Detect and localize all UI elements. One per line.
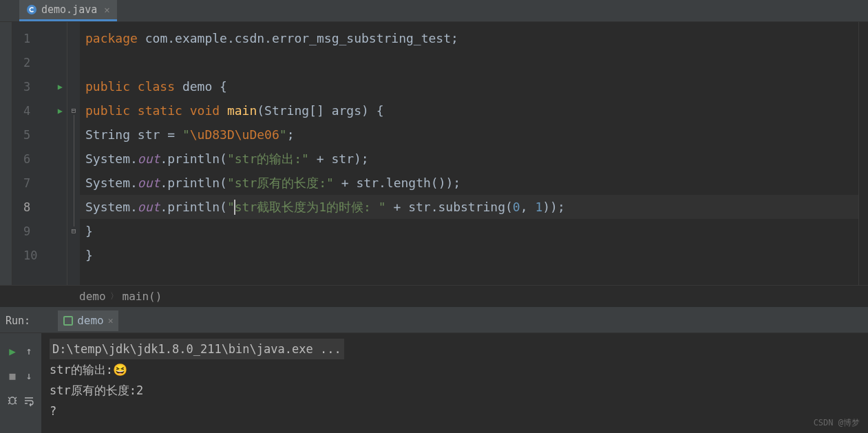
stop-button[interactable]: ■ [5, 368, 20, 383]
line-number: 3▶ [12, 74, 67, 98]
code-line: public class demo { [80, 74, 858, 98]
bug-icon[interactable] [5, 393, 20, 408]
code-line: } [80, 243, 858, 267]
code-line: package com.example.csdn.error_msg_subst… [80, 26, 858, 50]
close-icon[interactable]: ✕ [104, 4, 109, 15]
console-line: ? [50, 401, 860, 421]
line-number: 6 [12, 147, 67, 171]
left-margin [0, 22, 12, 285]
line-number: 9 [12, 219, 67, 243]
run-panel: Run: demo ✕ ▶ ↑ ■ ↓ [0, 307, 868, 433]
line-number: 1 [12, 26, 67, 50]
run-header: Run: demo ✕ [0, 308, 868, 333]
fold-close-icon[interactable]: ⊟ [72, 226, 76, 235]
console-line: D:\temp\jdk\jdk1.8.0_211\bin\java.exe ..… [50, 339, 344, 359]
run-icon[interactable]: ▶ [58, 106, 63, 116]
console-line: str的输出:😆 [50, 359, 860, 380]
editor-area: 1 2 3▶ 4▶ 5 6 7 8 9 10 ⊟ ⊟ package com.e… [0, 22, 868, 285]
breadcrumb[interactable]: demo 〉 main() [0, 285, 868, 307]
code-line-current: System.out.println("str截取长度为1的时候: " + st… [80, 195, 858, 219]
run-config-tab[interactable]: demo ✕ [58, 310, 118, 331]
breadcrumb-item[interactable]: main() [123, 290, 162, 303]
run-config-name: demo [77, 314, 104, 327]
code-line [80, 50, 858, 74]
run-body: ▶ ↑ ■ ↓ D:\temp\jdk\jdk1.8.0_211\bin\jav… [0, 333, 868, 433]
wrap-icon[interactable] [21, 393, 36, 408]
tab-spacer [0, 0, 19, 21]
app-icon [63, 316, 73, 326]
code-line: System.out.println("str的输出:" + str); [80, 147, 858, 171]
console-line: str原有的长度:2 [50, 380, 860, 401]
code-line: System.out.println("str原有的长度:" + str.len… [80, 171, 858, 195]
down-arrow-icon[interactable]: ↓ [21, 368, 36, 383]
file-tab-demo[interactable]: demo.java ✕ [19, 0, 117, 21]
line-number: 10 [12, 243, 67, 267]
watermark: CSDN @博梦 [814, 417, 860, 429]
line-number-active: 8 [12, 195, 67, 219]
breadcrumb-item[interactable]: demo [79, 290, 106, 303]
tab-filename: demo.java [41, 3, 97, 16]
editor-tab-bar: demo.java ✕ [0, 0, 868, 22]
line-number: 7 [12, 171, 67, 195]
run-toolbar: ▶ ↑ ■ ↓ [0, 333, 41, 433]
run-label: Run: [6, 315, 30, 327]
rerun-button[interactable]: ▶ [5, 344, 20, 359]
fold-open-icon[interactable]: ⊟ [72, 106, 76, 115]
class-icon [26, 4, 37, 15]
console-output[interactable]: D:\temp\jdk\jdk1.8.0_211\bin\java.exe ..… [41, 333, 868, 433]
editor-scrollbar[interactable] [858, 22, 868, 285]
line-number: 2 [12, 50, 67, 74]
fold-gutter[interactable]: ⊟ ⊟ [67, 22, 80, 285]
code-editor[interactable]: package com.example.csdn.error_msg_subst… [80, 22, 858, 285]
code-line: } [80, 219, 858, 243]
code-line: String str = "\uD83D\uDe06"; [80, 123, 858, 147]
code-line: public static void main(String[] args) { [80, 98, 858, 123]
svg-point-0 [27, 5, 36, 14]
line-number: 4▶ [12, 98, 67, 123]
chevron-right-icon: 〉 [110, 291, 118, 302]
run-icon[interactable]: ▶ [58, 82, 63, 92]
line-number: 5 [12, 123, 67, 147]
line-gutter[interactable]: 1 2 3▶ 4▶ 5 6 7 8 9 10 [12, 22, 67, 285]
up-arrow-icon[interactable]: ↑ [21, 344, 36, 359]
close-icon[interactable]: ✕ [108, 315, 114, 326]
